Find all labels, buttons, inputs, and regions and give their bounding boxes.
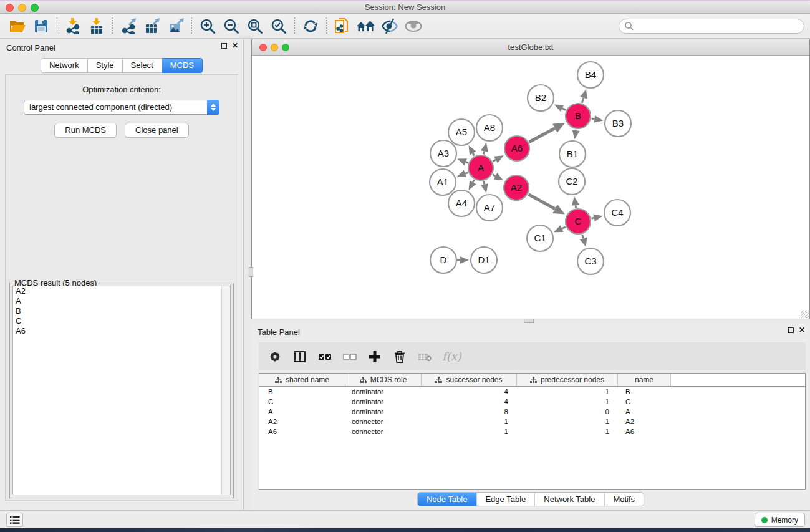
export-table-button[interactable] (140, 16, 164, 36)
delete-column-button[interactable] (392, 349, 407, 364)
graph-edge[interactable] (592, 118, 595, 119)
graph-edge-arrowhead (594, 115, 603, 123)
graph-edge-arrowhead (572, 130, 580, 139)
list-icon (10, 516, 20, 525)
table-row[interactable]: A dominator 8 0 A (259, 407, 805, 417)
graph-edge[interactable] (465, 173, 468, 174)
import-network-button[interactable] (61, 16, 85, 36)
run-mcds-button[interactable]: Run MCDS (54, 123, 117, 138)
search-field[interactable] (619, 19, 804, 34)
graph-edge[interactable] (582, 235, 584, 238)
criterion-select[interactable]: largest connected component (directed) (24, 100, 219, 115)
float-panel-icon[interactable] (788, 327, 794, 333)
graph-edge[interactable] (493, 160, 496, 162)
graph-node-label: B3 (612, 118, 624, 128)
home-pages-button[interactable] (354, 16, 378, 36)
minimize-view-button[interactable] (271, 44, 278, 51)
graph-edge[interactable] (473, 180, 474, 182)
network-graph[interactable]: B4B2BB3A8A5A6A3B1AA1C2A2A4A7C4CC1C3DD1 (252, 56, 809, 319)
close-view-button[interactable] (259, 44, 267, 51)
node-table: shared name MCDS role (259, 373, 806, 490)
open-network-file-button[interactable] (330, 16, 354, 36)
control-panel: Control Panel ✕ Network Style Select MCD… (0, 39, 244, 510)
maximize-view-button[interactable] (282, 44, 289, 51)
add-column-button[interactable] (367, 349, 382, 364)
graph-edge[interactable] (466, 162, 468, 163)
table-row[interactable]: A2 connector 1 1 A2 (259, 417, 805, 427)
graph-edge[interactable] (529, 128, 554, 142)
graph-edge[interactable] (582, 98, 583, 103)
mcds-result-list[interactable]: A2 A B C A6 (12, 286, 231, 495)
graph-edge-arrowhead (481, 183, 488, 193)
save-session-button[interactable] (29, 16, 53, 36)
zoom-in-button[interactable] (196, 16, 219, 36)
graph-edge[interactable] (576, 205, 576, 208)
select-all-button[interactable] (317, 349, 332, 364)
column-header-successor-nodes[interactable]: successor nodes (422, 374, 517, 386)
eye-slash-icon (380, 18, 399, 34)
column-header-predecessor-nodes[interactable]: predecessor nodes (517, 374, 618, 386)
graph-edge[interactable] (484, 181, 485, 184)
list-item: A2 (13, 286, 230, 296)
minimize-window-button[interactable] (18, 4, 26, 12)
close-panel-icon[interactable]: ✕ (799, 327, 805, 333)
table-row[interactable]: B dominator 4 1 B (259, 387, 805, 397)
graph-edge[interactable] (473, 153, 474, 156)
tab-network[interactable]: Network (41, 58, 88, 73)
close-window-button[interactable] (6, 4, 14, 12)
graph-edge[interactable] (493, 175, 495, 176)
import-table-button[interactable] (85, 16, 108, 36)
tab-style[interactable]: Style (88, 58, 123, 73)
application-window: Session: New Session (0, 0, 810, 532)
graph-edge[interactable] (528, 195, 555, 209)
hide-graphics-button[interactable] (378, 16, 402, 36)
close-panel-button[interactable]: Close panel (125, 123, 189, 138)
column-header-shared-name[interactable]: shared name (259, 374, 345, 386)
refresh-button[interactable] (299, 16, 322, 36)
table-row[interactable]: C dominator 4 1 C (259, 397, 805, 407)
tab-motifs[interactable]: Motifs (604, 493, 644, 506)
graph-edge-arrowhead (580, 89, 587, 99)
tab-mcds[interactable]: MCDS (162, 58, 203, 73)
search-input[interactable] (634, 20, 804, 32)
zoom-out-button[interactable] (219, 16, 243, 36)
column-header-name[interactable]: name (618, 374, 671, 386)
resize-handle[interactable] (801, 311, 809, 318)
zoom-fit-button[interactable] (243, 16, 267, 36)
float-panel-icon[interactable] (221, 43, 227, 49)
control-panel-tabs: Network Style Select MCDS (0, 58, 243, 73)
close-panel-icon[interactable]: ✕ (232, 42, 238, 49)
maximize-window-button[interactable] (31, 4, 39, 12)
graph-edge[interactable] (562, 109, 566, 110)
table-settings-button[interactable] (268, 349, 282, 364)
tab-node-table[interactable]: Node Table (418, 493, 476, 506)
export-network-button[interactable] (117, 16, 140, 36)
show-graphics-button[interactable] (402, 16, 425, 36)
plus-icon (368, 350, 382, 364)
deselect-all-button[interactable] (342, 349, 357, 364)
column-header-mcds-role[interactable]: MCDS role (345, 374, 422, 386)
memory-button[interactable]: Memory (755, 513, 805, 527)
tab-select[interactable]: Select (123, 58, 162, 73)
export-image-icon (168, 18, 184, 34)
refresh-icon (302, 18, 319, 34)
table-toolbar: f(x) (259, 342, 806, 370)
zoom-selected-button[interactable] (267, 16, 291, 36)
table-row[interactable]: A6 connector 1 1 A6 (259, 427, 805, 437)
show-columns-button[interactable] (292, 349, 307, 364)
open-session-button[interactable] (6, 16, 29, 36)
scrollbar[interactable] (221, 286, 230, 495)
task-history-button[interactable] (6, 513, 23, 527)
tab-network-table[interactable]: Network Table (534, 493, 604, 506)
splitter-handle[interactable] (249, 267, 253, 277)
network-canvas[interactable]: B4B2BB3A8A5A6A3B1AA1C2A2A4A7C4CC1C3DD1 (252, 56, 809, 319)
network-window-titlebar: testGlobe.txt (252, 39, 809, 56)
criterion-selected-value: largest connected component (directed) (29, 102, 172, 112)
splitter-handle[interactable] (524, 319, 534, 323)
graph-edge[interactable] (484, 152, 485, 155)
graph-node-label: A (478, 162, 484, 173)
graph-edge[interactable] (562, 227, 566, 229)
tab-edge-table[interactable]: Edge Table (476, 493, 534, 506)
export-image-button[interactable] (164, 16, 188, 36)
graph-edge[interactable] (591, 218, 594, 218)
